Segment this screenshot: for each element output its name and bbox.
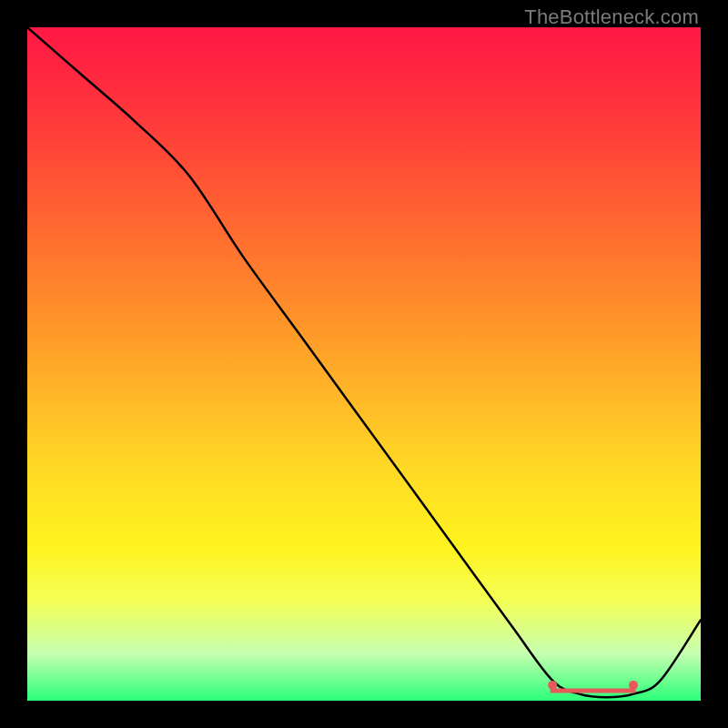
svg-point-0 xyxy=(548,681,557,690)
optimal-range-bracket xyxy=(548,681,638,691)
watermark-text: TheBottleneck.com xyxy=(524,5,699,29)
chart-canvas: TheBottleneck.com xyxy=(0,0,728,728)
plot-area xyxy=(27,27,701,701)
svg-point-1 xyxy=(629,681,638,690)
curve-line xyxy=(27,27,701,697)
chart-overlay xyxy=(27,27,701,701)
